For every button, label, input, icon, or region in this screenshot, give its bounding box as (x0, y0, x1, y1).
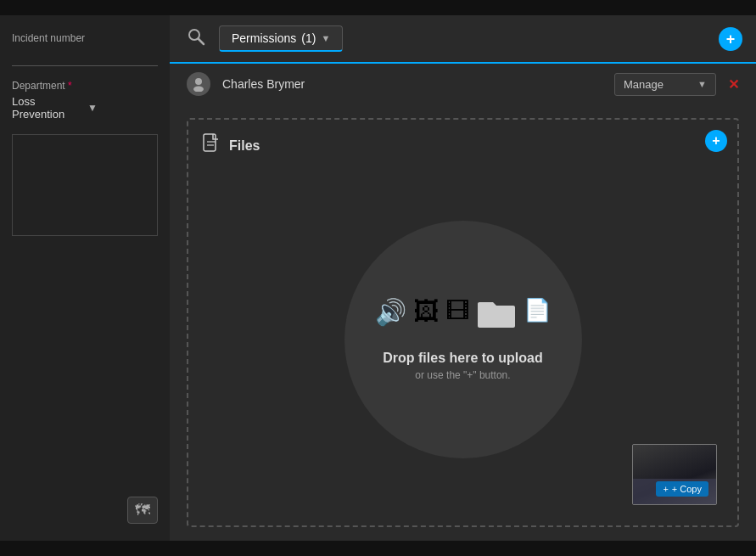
permission-role-value: Manage (624, 78, 664, 91)
permissions-tab-count: (1) (301, 31, 316, 45)
permissions-bar: Permissions (1) ▼ + (170, 15, 756, 64)
copy-button-label: + Copy (672, 484, 702, 494)
permissions-tab-chevron-icon: ▼ (321, 33, 330, 43)
svg-rect-4 (204, 134, 216, 151)
map-icon: 🗺 (135, 502, 150, 519)
permissions-tab[interactable]: Permissions (1) ▼ (219, 25, 343, 52)
sidebar: Incident number Department * Loss Preven… (0, 15, 170, 541)
department-chevron-icon: ▼ (87, 102, 158, 114)
permissions-tab-label: Permissions (232, 31, 296, 45)
image-icon: 🖼 (413, 297, 439, 337)
add-file-button[interactable]: + (705, 130, 727, 152)
folder-icon (476, 297, 517, 337)
svg-point-3 (193, 87, 204, 93)
department-field: Department * Loss Prevention ▼ (12, 80, 158, 121)
user-name: Charles Brymer (222, 77, 602, 91)
incident-number-input[interactable] (12, 48, 158, 66)
svg-line-1 (199, 39, 204, 45)
video-icon: 🎞 (445, 297, 469, 337)
jagged-bottom-edge (0, 541, 756, 556)
drop-zone-icons: 🔊 🖼 🎞 📄 (375, 297, 551, 337)
notes-field (12, 134, 158, 483)
drop-circle: 🔊 🖼 🎞 📄 Drop files here to upload or use… (344, 221, 582, 458)
audio-icon: 🔊 (375, 297, 406, 337)
file-drop-zone[interactable]: 🔊 🖼 🎞 📄 Drop files here to upload or use… (202, 166, 724, 512)
incident-number-field: Incident number (12, 32, 158, 66)
add-permission-button[interactable]: + (719, 27, 742, 51)
files-title: Files (229, 138, 260, 154)
copy-file-button[interactable]: + + Copy (656, 481, 708, 497)
search-icon[interactable] (187, 27, 205, 50)
department-label: Department * (12, 80, 158, 92)
permission-role-dropdown[interactable]: Manage ▼ (614, 73, 716, 96)
file-thumbnail-wrapper: + + Copy (632, 444, 717, 505)
notes-input[interactable] (12, 134, 158, 236)
map-button[interactable]: 🗺 (127, 497, 158, 524)
department-value: Loss Prevention (12, 95, 82, 121)
files-section: Files + 🔊 🖼 🎞 📄 Drop files (187, 118, 739, 527)
delete-permission-button[interactable]: ✕ (728, 76, 739, 93)
department-select[interactable]: Loss Prevention ▼ (12, 95, 158, 121)
jagged-top-edge (0, 0, 756, 15)
drop-sub-text: or use the "+" button. (415, 369, 510, 381)
copy-icon: + (663, 484, 668, 494)
svg-point-2 (195, 78, 202, 85)
incident-number-label: Incident number (12, 32, 158, 44)
document-icon: 📄 (524, 297, 551, 337)
drop-main-text: Drop files here to upload (383, 351, 542, 366)
files-header: Files (202, 133, 724, 158)
permission-user-row: Charles Brymer Manage ▼ ✕ (170, 64, 756, 104)
user-avatar (187, 72, 210, 96)
file-icon (202, 133, 221, 158)
main-content: Permissions (1) ▼ + Charles Brymer Manag… (170, 15, 756, 541)
permission-role-chevron-icon: ▼ (697, 79, 707, 89)
